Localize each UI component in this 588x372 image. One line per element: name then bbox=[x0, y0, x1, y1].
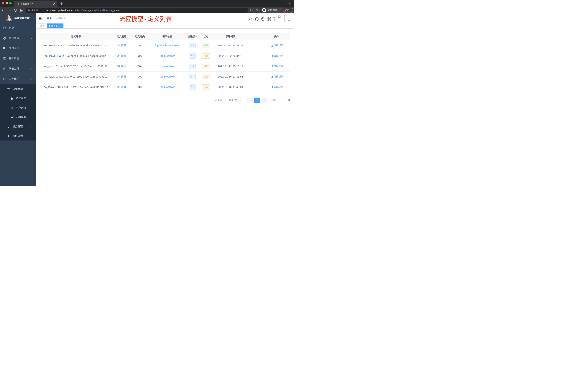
svg-text:?: ? bbox=[262, 18, 263, 20]
